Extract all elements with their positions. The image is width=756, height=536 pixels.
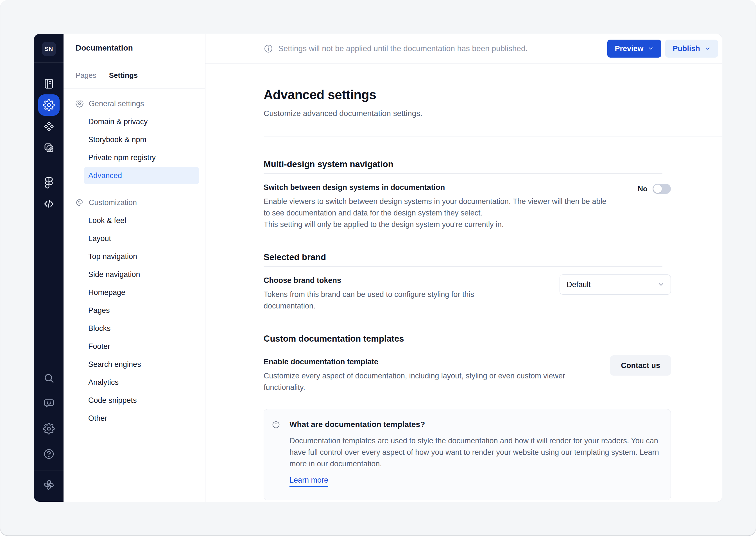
setting-description: Customize every aspect of documentation,… bbox=[264, 370, 587, 393]
assets-icon[interactable] bbox=[38, 137, 59, 158]
nav-item-footer[interactable]: Footer bbox=[63, 337, 205, 355]
settings-icon[interactable] bbox=[38, 94, 59, 116]
chevron-down-icon bbox=[704, 46, 711, 52]
setting-label: Switch between design systems in documen… bbox=[264, 183, 612, 192]
tab-pages[interactable]: Pages bbox=[76, 71, 96, 80]
page-head: Advanced settings Customize advanced doc… bbox=[205, 63, 722, 137]
desktop-background: SN bbox=[0, 0, 756, 536]
palette-icon bbox=[76, 199, 84, 207]
page-subtitle: Customize advanced documentation setting… bbox=[264, 109, 722, 118]
learn-more-link[interactable]: Learn more bbox=[290, 476, 328, 487]
publish-button-label: Publish bbox=[672, 44, 700, 53]
nav-item-layout[interactable]: Layout bbox=[63, 229, 205, 248]
nav-item-other[interactable]: Other bbox=[63, 409, 205, 427]
templates-info-box: What are documentation templates? Docume… bbox=[264, 409, 671, 500]
setting-row-brand-tokens: Choose brand tokens Tokens from this bra… bbox=[264, 276, 671, 312]
nav-item-code-snippets[interactable]: Code snippets bbox=[63, 391, 205, 409]
figma-icon[interactable] bbox=[38, 172, 59, 193]
nav-item-blocks[interactable]: Blocks bbox=[63, 319, 205, 337]
section-multi-design: Multi-design system navigation Switch be… bbox=[264, 159, 671, 230]
nav-section-customization: Customization bbox=[63, 193, 205, 212]
sidebar-bottom-icons bbox=[38, 367, 59, 465]
toggle-knob bbox=[653, 184, 662, 193]
workspace-logo[interactable]: SN bbox=[42, 42, 56, 56]
setting-text: Enable documentation template Customize … bbox=[264, 358, 587, 393]
settings-nav-list: General settings Domain & privacy Storyb… bbox=[63, 88, 205, 427]
section-title: Selected brand bbox=[264, 252, 671, 262]
supernova-logo-icon[interactable] bbox=[38, 474, 59, 495]
setting-label: Choose brand tokens bbox=[264, 276, 511, 285]
section-divider bbox=[264, 348, 663, 348]
app-window: SN bbox=[34, 34, 722, 502]
main-area: Settings will not be applied until the d… bbox=[205, 34, 722, 502]
documentation-nav-panel: Documentation Pages Settings General set… bbox=[63, 34, 205, 502]
preview-button-label: Preview bbox=[615, 44, 643, 53]
info-icon bbox=[264, 44, 273, 53]
page-title: Advanced settings bbox=[264, 87, 722, 102]
nav-item-domain-privacy[interactable]: Domain & privacy bbox=[63, 113, 205, 131]
info-box-title: What are documentation templates? bbox=[290, 420, 659, 429]
toggle-state-label: No bbox=[638, 184, 647, 193]
settings-content: Multi-design system navigation Switch be… bbox=[205, 137, 722, 500]
tokens-icon[interactable] bbox=[38, 116, 59, 137]
gear-icon bbox=[76, 100, 84, 108]
nav-item-pages[interactable]: Pages bbox=[63, 301, 205, 319]
toggle-group: No bbox=[638, 184, 671, 194]
nav-item-side-navigation[interactable]: Side navigation bbox=[63, 265, 205, 284]
help-icon[interactable] bbox=[38, 443, 59, 465]
chevron-down-icon bbox=[648, 46, 654, 52]
settings-secondary-icon[interactable] bbox=[38, 418, 59, 439]
section-divider bbox=[264, 266, 663, 267]
nav-item-look-feel[interactable]: Look & feel bbox=[63, 212, 205, 229]
info-box-content: What are documentation templates? Docume… bbox=[290, 420, 659, 487]
search-icon[interactable] bbox=[38, 367, 59, 389]
publish-notice: Settings will not be applied until the d… bbox=[278, 44, 528, 53]
nav-panel-header: Documentation bbox=[63, 34, 205, 62]
brand-select-value: Default bbox=[567, 280, 591, 289]
nav-item-private-npm-registry[interactable]: Private npm registry bbox=[63, 149, 205, 167]
contact-us-button[interactable]: Contact us bbox=[610, 355, 671, 376]
sidebar-bottom-divider bbox=[34, 471, 63, 471]
info-icon bbox=[272, 420, 280, 429]
setting-row-switch-design-systems: Switch between design systems in documen… bbox=[264, 183, 671, 230]
publish-button[interactable]: Publish bbox=[665, 40, 718, 57]
setting-description: Tokens from this brand can be used to co… bbox=[264, 289, 511, 312]
preview-button[interactable]: Preview bbox=[607, 40, 661, 57]
app-sidebar: SN bbox=[34, 34, 63, 502]
nav-item-storybook-npm[interactable]: Storybook & npm bbox=[63, 131, 205, 149]
nav-section-label: Customization bbox=[89, 198, 137, 207]
section-title: Custom documentation templates bbox=[264, 334, 671, 344]
setting-text: Switch between design systems in documen… bbox=[264, 183, 612, 230]
nav-item-top-navigation[interactable]: Top navigation bbox=[63, 248, 205, 265]
section-title: Multi-design system navigation bbox=[264, 159, 671, 169]
nav-item-analytics[interactable]: Analytics bbox=[63, 373, 205, 391]
feedback-icon[interactable] bbox=[38, 393, 59, 414]
nav-item-homepage[interactable]: Homepage bbox=[63, 284, 205, 301]
brand-select[interactable]: Default bbox=[560, 275, 671, 295]
setting-row-enable-template: Enable documentation template Customize … bbox=[264, 358, 671, 393]
nav-item-search-engines[interactable]: Search engines bbox=[63, 355, 205, 373]
nav-tabs: Pages Settings bbox=[63, 62, 205, 88]
sidebar-divider bbox=[34, 62, 63, 63]
documentation-icon[interactable] bbox=[38, 73, 59, 94]
section-custom-templates: Custom documentation templates Enable do… bbox=[264, 334, 671, 500]
sidebar-top-icons bbox=[38, 73, 59, 215]
setting-description: Enable viewers to switch between design … bbox=[264, 196, 612, 230]
nav-section-general-settings: General settings bbox=[63, 95, 205, 113]
section-selected-brand: Selected brand Choose brand tokens Token… bbox=[264, 252, 671, 312]
code-icon[interactable] bbox=[38, 193, 59, 215]
design-system-switch-toggle[interactable] bbox=[653, 184, 671, 194]
chevron-down-icon bbox=[658, 281, 664, 288]
nav-item-advanced[interactable]: Advanced bbox=[84, 167, 199, 184]
section-divider bbox=[264, 173, 663, 174]
nav-section-label: General settings bbox=[89, 99, 144, 108]
panel-title: Documentation bbox=[76, 44, 133, 52]
info-box-body: Documentation templates are used to styl… bbox=[290, 435, 659, 470]
main-header: Settings will not be applied until the d… bbox=[205, 34, 722, 63]
setting-text: Choose brand tokens Tokens from this bra… bbox=[264, 276, 511, 312]
tab-settings[interactable]: Settings bbox=[109, 71, 138, 80]
setting-label: Enable documentation template bbox=[264, 358, 587, 366]
